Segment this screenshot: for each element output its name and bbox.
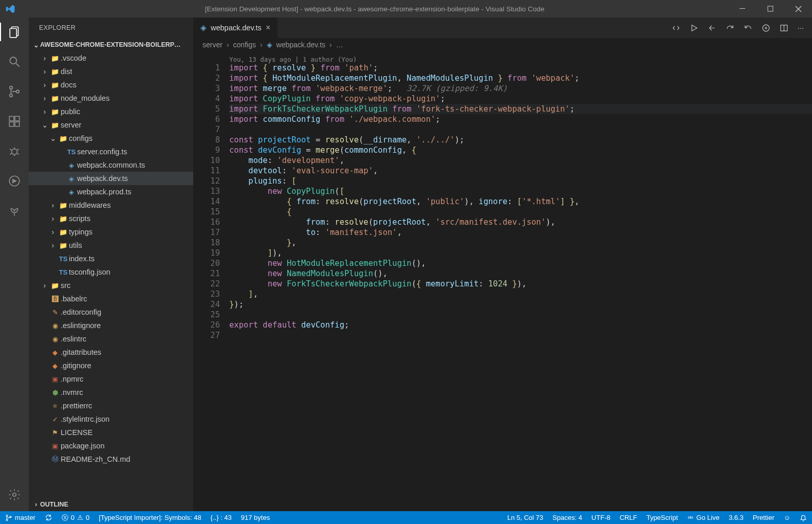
code-line[interactable]: from: resolve(projectRoot, 'src/manifest… [229, 217, 812, 227]
folder-item[interactable]: ⌄📁configs [29, 132, 193, 145]
code-line[interactable]: mode: 'development', [229, 155, 812, 166]
back-icon[interactable] [708, 24, 716, 32]
file-item[interactable]: TSserver.config.ts [29, 145, 193, 158]
folder-item[interactable]: ›📁.vscode [29, 51, 193, 65]
folder-item[interactable]: ›📁scripts [29, 212, 193, 225]
code-line[interactable] [229, 330, 812, 340]
file-item[interactable]: ▣package.json [29, 439, 193, 453]
status-braces[interactable]: {..} : 43 [211, 514, 232, 521]
status-filesize[interactable]: 917 bytes [241, 514, 270, 521]
code-line[interactable]: import commonConfig from './webpack.comm… [229, 114, 812, 124]
more-icon[interactable]: ··· [798, 24, 804, 32]
status-eol[interactable]: CRLF [620, 514, 637, 521]
status-ts-importer[interactable]: [TypeScript Importer]: Symbols: 48 [99, 514, 201, 521]
file-item[interactable]: ◈webpack.dev.ts [29, 172, 193, 185]
manage-gear-icon[interactable] [0, 485, 29, 504]
file-item[interactable]: ◆.gitattributes [29, 346, 193, 359]
split-editor-icon[interactable] [780, 24, 788, 32]
code-line[interactable]: }, [229, 238, 812, 248]
status-branch[interactable]: master [5, 514, 35, 521]
code-line[interactable] [229, 310, 812, 320]
code-line[interactable]: { [229, 207, 812, 217]
file-item[interactable]: 🅱.babelrc [29, 292, 193, 305]
status-prettier[interactable]: Prettier [753, 514, 774, 521]
activity-tree-icon[interactable] [0, 202, 29, 220]
file-item[interactable]: TSindex.ts [29, 252, 193, 265]
file-item[interactable]: ▣.npmrc [29, 372, 193, 386]
folder-item[interactable]: ›📁dist [29, 65, 193, 78]
status-spaces[interactable]: Spaces: 4 [552, 514, 582, 521]
file-item[interactable]: TStsconfig.json [29, 265, 193, 279]
status-golive[interactable]: Go Live [687, 514, 719, 521]
crumb[interactable]: server [202, 41, 223, 49]
file-item[interactable]: ◉.eslintrc [29, 332, 193, 346]
file-item[interactable]: ✎.editorconfig [29, 305, 193, 319]
run-icon[interactable] [690, 24, 698, 32]
code-line[interactable]: new NamedModulesPlugin(), [229, 268, 812, 279]
file-item[interactable]: ◈webpack.common.ts [29, 158, 193, 172]
file-item[interactable]: ≡.prettierrc [29, 399, 193, 412]
activity-disc-icon[interactable] [0, 172, 29, 190]
search-icon[interactable] [0, 52, 29, 71]
code-line[interactable]: ], [229, 289, 812, 299]
source-control-icon[interactable] [0, 82, 29, 101]
code-line[interactable]: import CopyPlugin from 'copy-webpack-plu… [229, 94, 812, 104]
file-item[interactable]: ✓.stylelintrc.json [29, 412, 193, 426]
code-line[interactable]: new HotModuleReplacementPlugin(), [229, 258, 812, 268]
code-content[interactable]: You, 13 days ago | 1 author (You)import … [229, 51, 812, 511]
status-position[interactable]: Ln 5, Col 73 [507, 514, 543, 521]
code-editor[interactable]: 1234567891011121314151617181920212223242… [193, 51, 812, 511]
close-tab-icon[interactable]: × [266, 23, 270, 32]
window-maximize-button[interactable] [756, 0, 784, 17]
folder-item[interactable]: ⌄📁server [29, 118, 193, 132]
undo-icon[interactable] [744, 24, 752, 32]
extensions-icon[interactable] [0, 112, 29, 131]
code-line[interactable]: new ForkTsCheckerWebpackPlugin({ memoryL… [229, 279, 812, 289]
file-item[interactable]: ⓂREADME-zh_CN.md [29, 453, 193, 466]
debug-icon[interactable] [0, 142, 29, 160]
code-line[interactable]: new CopyPlugin([ [229, 186, 812, 196]
compare-icon[interactable] [672, 24, 680, 32]
file-item[interactable]: ◆.gitignore [29, 359, 193, 372]
status-bell-icon[interactable] [800, 514, 807, 521]
folder-item[interactable]: ›📁typings [29, 225, 193, 239]
file-tree[interactable]: ›📁.vscode›📁dist›📁docs›📁node_modules›📁pub… [29, 51, 193, 498]
crumb[interactable]: configs [233, 41, 256, 49]
folder-item[interactable]: ›📁middlewares [29, 198, 193, 212]
outline-header[interactable]: ›OUTLINE [29, 498, 193, 511]
file-item[interactable]: ⬢.nvmrc [29, 386, 193, 399]
code-line[interactable]: to: 'manifest.json', [229, 227, 812, 238]
code-line[interactable]: import merge from 'webpack-merge'; 32.7K… [229, 83, 812, 94]
status-encoding[interactable]: UTF-8 [592, 514, 611, 521]
status-language[interactable]: TypeScript [647, 514, 678, 521]
status-feedback-icon[interactable]: ☺ [784, 514, 790, 521]
status-sync[interactable] [45, 514, 52, 521]
code-line[interactable]: import ForkTsCheckerWebpackPlugin from '… [229, 104, 812, 114]
code-line[interactable] [229, 124, 812, 135]
window-close-button[interactable] [784, 0, 812, 17]
status-version[interactable]: 3.6.3 [729, 514, 744, 521]
folder-item[interactable]: ›📁docs [29, 78, 193, 92]
file-item[interactable]: ◈webpack.prod.ts [29, 185, 193, 198]
workspace-header[interactable]: ⌄AWESOME-CHROME-EXTENSION-BOILERP… [29, 38, 193, 51]
folder-item[interactable]: ›📁utils [29, 239, 193, 252]
tab-webpack-dev[interactable]: ◈ webpack.dev.ts × [193, 17, 278, 38]
code-line[interactable]: }); [229, 299, 812, 310]
folder-item[interactable]: ›📁public [29, 105, 193, 118]
crumb[interactable]: … [336, 41, 343, 49]
step-over-icon[interactable] [726, 24, 734, 32]
code-line[interactable]: const projectRoot = resolve(__dirname, '… [229, 135, 812, 145]
code-line[interactable]: ]), [229, 248, 812, 258]
status-problems[interactable]: ⓧ 0 ⚠ 0 [62, 513, 89, 522]
preview-icon[interactable] [762, 24, 770, 32]
code-line[interactable]: const devConfig = merge(commonConfig, { [229, 145, 812, 155]
code-line[interactable]: devtool: 'eval-source-map', [229, 166, 812, 176]
file-item[interactable]: ⚑LICENSE [29, 426, 193, 439]
folder-item[interactable]: ›📁src [29, 279, 193, 292]
code-line[interactable]: import { HotModuleReplacementPlugin, Nam… [229, 73, 812, 83]
folder-item[interactable]: ›📁node_modules [29, 92, 193, 105]
window-minimize-button[interactable] [729, 0, 756, 17]
codelens[interactable]: You, 13 days ago | 1 author (You) [229, 55, 812, 62]
code-line[interactable]: { from: resolve(projectRoot, 'public'), … [229, 196, 812, 207]
code-line[interactable]: import { resolve } from 'path'; [229, 63, 812, 73]
